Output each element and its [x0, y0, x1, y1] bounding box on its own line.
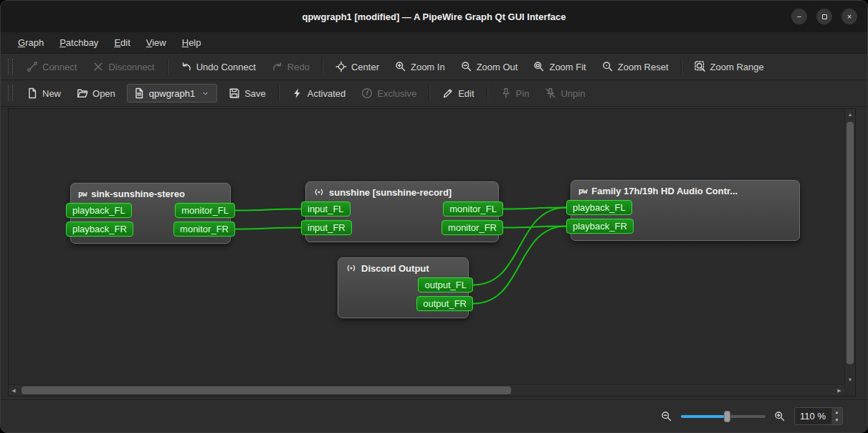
scroll-up-arrow-icon[interactable]: ▲ — [845, 109, 855, 119]
pipewire-icon: pw — [78, 188, 87, 199]
toolbar-button-pin[interactable]: Pin — [493, 83, 537, 103]
toolbar-button-activated[interactable]: Activated — [285, 83, 353, 103]
scroll-down-arrow-icon[interactable]: ▼ — [845, 374, 855, 384]
horizontal-scroll-thumb[interactable] — [22, 386, 511, 394]
port-playback_FR[interactable]: playback_FR — [66, 222, 133, 237]
patchbay-profile-combo[interactable]: qpwgraph1 — [127, 84, 217, 103]
port-monitor_FL[interactable]: monitor_FL — [443, 201, 503, 217]
port-monitor_FR[interactable]: monitor_FR — [442, 220, 503, 235]
scrollbar-corner — [844, 384, 855, 396]
toolbar-button-new[interactable]: New — [19, 83, 68, 103]
zoom-out-icon[interactable] — [661, 411, 672, 422]
toolbar-button-save[interactable]: Save — [221, 83, 273, 103]
toolbar-separator — [278, 85, 280, 101]
node-title: sink-sunshine-stereo — [91, 189, 185, 199]
menu-help[interactable]: Help — [175, 34, 209, 51]
new-icon — [27, 87, 38, 99]
app-window: qpwgraph1 [modified] — A PipeWire Graph … — [0, 0, 868, 433]
node-ports: playback_FLplayback_FRmonitor_FLmonitor_… — [71, 201, 230, 243]
graph-node-family[interactable]: pwFamily 17h/19h HD Audio Contr...playba… — [571, 180, 800, 241]
toolbar-button-unpin[interactable]: Unpin — [538, 83, 592, 103]
toolbar-button-disconnect[interactable]: Disconnect — [85, 57, 161, 77]
media-app-icon — [313, 186, 325, 198]
graph-node-sink[interactable]: pwsink-sunshine-stereoplayback_FLplaybac… — [70, 183, 231, 244]
open-icon — [77, 87, 88, 99]
zoom-spin-buttons: ▲ ▼ — [831, 408, 842, 424]
horizontal-scrollbar[interactable]: ◀ ▶ — [9, 384, 844, 396]
menu-patchbay[interactable]: Patchbay — [52, 34, 105, 51]
port-monitor_FR[interactable]: monitor_FR — [173, 222, 235, 237]
toolbar-button-zoom-range[interactable]: Zoom Range — [687, 57, 771, 77]
menu-view[interactable]: View — [139, 34, 173, 51]
connection-wire — [503, 227, 566, 228]
toolbar-button-zoom-fit[interactable]: Zoom Fit — [526, 57, 593, 77]
node-ports: input_FLinput_FRmonitor_FLmonitor_FR — [306, 199, 498, 242]
toolbar-button-connect[interactable]: Connect — [19, 57, 84, 77]
horizontal-scroll-track[interactable] — [19, 385, 834, 396]
port-playback_FL[interactable]: playback_FL — [66, 203, 132, 218]
toolbar-button-zoom-in[interactable]: Zoom In — [388, 57, 452, 77]
activated-icon — [292, 87, 303, 99]
toolbar-button-label: New — [42, 88, 61, 99]
connect-icon — [27, 61, 38, 72]
window-title: qpwgraph1 [modified] — A PipeWire Graph … — [1, 11, 867, 22]
toolbar-button-undo-connect[interactable]: Undo Connect — [173, 57, 263, 77]
toolbar-button-zoom-reset[interactable]: Zoom Reset — [595, 57, 676, 77]
toolbar-button-label: Open — [92, 88, 115, 99]
toolbar-separator — [487, 85, 488, 101]
scroll-right-arrow-icon[interactable]: ▶ — [834, 385, 844, 396]
menu-graph[interactable]: Graph — [11, 34, 51, 51]
toolbar-button-zoom-out[interactable]: Zoom Out — [454, 57, 525, 77]
port-playback_FL[interactable]: playback_FL — [566, 200, 632, 215]
port-input_FL[interactable]: input_FL — [301, 201, 350, 217]
vertical-scroll-thumb[interactable] — [846, 122, 854, 364]
port-input_FR[interactable]: input_FR — [301, 220, 352, 235]
toolbar-button-open[interactable]: Open — [70, 83, 123, 103]
patchbay-profile-value: qpwgraph1 — [149, 88, 195, 99]
graph-node-discord[interactable]: Discord Outputoutput_FLoutput_FR — [338, 257, 469, 318]
zoom-spinbox[interactable]: 110 % ▲ ▼ — [794, 407, 843, 425]
toolbar-button-exclusive[interactable]: fExclusive — [354, 83, 424, 103]
toolbar-button-center[interactable]: Center — [328, 57, 386, 77]
port-output_FL[interactable]: output_FL — [418, 277, 473, 292]
disconnect-icon — [92, 61, 104, 72]
zoom-value[interactable]: 110 % — [795, 408, 831, 424]
zoom-slider[interactable] — [681, 409, 766, 424]
spin-up-button[interactable]: ▲ — [831, 408, 842, 417]
toolbar-button-label: Zoom Out — [477, 62, 518, 72]
zoom-reset-icon — [602, 61, 614, 72]
pipewire-icon: pw — [578, 185, 587, 196]
close-button[interactable]: × — [841, 9, 857, 24]
titlebar[interactable]: qpwgraph1 [modified] — A PipeWire Graph … — [1, 1, 867, 32]
toolbar-drag-handle[interactable] — [8, 85, 13, 101]
node-title-bar: Discord Output — [338, 258, 468, 275]
statusbar: 110 % ▲ ▼ — [1, 399, 867, 432]
port-output_FR[interactable]: output_FR — [416, 296, 473, 311]
zoom-slider-handle[interactable] — [724, 411, 730, 422]
menu-edit[interactable]: Edit — [107, 34, 137, 51]
maximize-button[interactable] — [816, 9, 832, 24]
unpin-icon — [545, 87, 556, 99]
scroll-left-arrow-icon[interactable]: ◀ — [9, 385, 19, 396]
toolbar-drag-handle[interactable] — [8, 59, 13, 75]
input-ports: playback_FLplayback_FR — [566, 200, 634, 234]
toolbar-actions: ConnectDisconnectUndo ConnectRedoCenterZ… — [1, 54, 867, 80]
vertical-scroll-track[interactable] — [845, 119, 855, 374]
toolbar-button-label: Zoom Fit — [549, 62, 586, 72]
port-playback_FR[interactable]: playback_FR — [566, 219, 634, 234]
zoom-in-icon[interactable] — [774, 411, 786, 422]
zoom-slider-track[interactable] — [681, 415, 766, 418]
toolbar-button-edit[interactable]: Edit — [435, 83, 481, 103]
toolbar-separator — [167, 59, 168, 75]
exclusive-icon: f — [361, 87, 373, 99]
vertical-scrollbar[interactable]: ▲ ▼ — [844, 109, 855, 384]
graph-node-sunshine[interactable]: sunshine [sunshine-record]input_FLinput_… — [305, 181, 499, 242]
maximize-icon — [822, 14, 827, 19]
toolbar-button-redo[interactable]: Redo — [264, 57, 317, 77]
graph-canvas[interactable]: pwsink-sunshine-stereoplayback_FLplaybac… — [9, 109, 844, 384]
minimize-button[interactable]: − — [791, 9, 807, 24]
port-monitor_FL[interactable]: monitor_FL — [175, 203, 235, 218]
spin-down-button[interactable]: ▼ — [831, 417, 842, 425]
patchbay-file-icon — [133, 87, 145, 99]
toolbar-button-label: Edit — [458, 88, 474, 99]
